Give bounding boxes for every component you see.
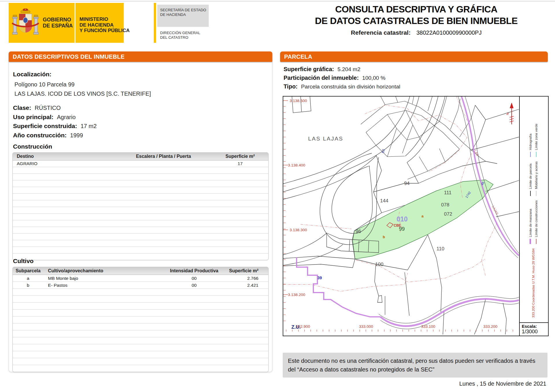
table-header-cell: Superficie m² [212, 153, 268, 160]
construccion-title: Construcción [13, 143, 52, 150]
table-cell [227, 358, 268, 365]
table-row [13, 254, 268, 260]
map-label: 333.200 [483, 324, 497, 329]
table-cell [115, 220, 212, 227]
legend-item: Límite de construcciones [534, 200, 538, 244]
table-row [13, 207, 268, 214]
legend-item: Límite de parcela [529, 161, 532, 196]
coat-of-arms-icon [12, 6, 39, 39]
table-row [13, 174, 268, 180]
map-legend-items: 333.200 Coordenadas U.T.M. Huso 28 WGS84… [520, 97, 547, 321]
map-label: 072 [444, 211, 452, 217]
legend-group: HidrografíaLímite zona verde [520, 124, 547, 157]
table-cell [115, 207, 212, 213]
field-superficie-grafica: Superficie gráfica:5.204 m2 [284, 66, 360, 73]
field-tipo: Tipo:Parcela construida sin división hor… [284, 83, 400, 90]
map-label: 3.138.400 [288, 163, 305, 167]
map-label: 3.138.300 [290, 228, 307, 232]
page-top-rule [0, 1, 555, 1]
escala-box: Escala: 1/3000 [520, 322, 548, 336]
legend-swatch-icon [536, 239, 536, 244]
table-cell [13, 310, 43, 316]
table-row [13, 351, 268, 358]
table-cell [13, 207, 115, 213]
escala-value: 1/3000 [522, 329, 546, 335]
table-cell [212, 207, 268, 213]
panel-header-datos-text: DATOS DESCRIPTIVOS DEL [13, 53, 94, 60]
referencia-label: Referencia catastral: [351, 29, 411, 36]
table-header-cell: Destino [13, 153, 115, 160]
disclaimer-box: Este documento no es una certificación c… [283, 353, 547, 378]
table-row [13, 303, 268, 310]
table-cell [212, 240, 268, 247]
map-label: 3.138.500 [290, 99, 307, 103]
legend-item-label: Límite de manzana [529, 209, 532, 237]
table-cell [227, 323, 268, 330]
legend-item-label: Límite de construcciones [534, 200, 538, 237]
table-cell [13, 240, 115, 247]
table-cell [13, 351, 43, 358]
table-cell: 2.766 [227, 275, 268, 282]
table-cell [161, 337, 227, 344]
table-cell [115, 240, 212, 247]
table-cell [115, 247, 212, 253]
legend-group: Límite de parcelaMobiliario y aceras [520, 161, 547, 196]
referencia-value: 38022A010000990000PJ [416, 29, 482, 36]
map-label: 96 [356, 229, 361, 234]
table-cell [13, 194, 115, 200]
table-cell [13, 214, 115, 220]
table-cell [115, 214, 212, 220]
table-row [13, 187, 268, 194]
table-cell [115, 200, 212, 207]
table-row [13, 289, 268, 296]
map-svg: 3.138.5003.138.4003.138.3003.138.200332.… [283, 97, 519, 334]
table-cell [161, 289, 227, 295]
table-cell [115, 227, 212, 233]
table-cell [212, 200, 268, 207]
legend-item: Límite zona verde [534, 124, 538, 157]
panel-header-datos: DATOS DESCRIPTIVOS DEL INMUEBLE [9, 51, 272, 62]
table-cell [161, 344, 227, 351]
table-cell [13, 247, 115, 253]
table-cell [227, 303, 268, 309]
table-cell [227, 344, 268, 351]
table-cell [115, 167, 212, 173]
table-row: AGRARIO17 [13, 160, 268, 167]
table-cell [13, 167, 115, 173]
table-cell [13, 200, 115, 207]
table-cell [212, 247, 268, 253]
map-label: N [506, 113, 509, 115]
table-cell [161, 358, 227, 365]
table-cell [212, 254, 268, 260]
government-logo: GOBIERNO DE ESPAÑA MINISTERIO DE HACIEND… [9, 3, 205, 43]
secretaria-box: SECRETARÍA DE ESTADO DE HACIENDA [157, 5, 209, 27]
table-row [13, 310, 268, 317]
logo-ministerio-text: MINISTERIO DE HACIENDA Y FUNCIÓN PÚBLICA [79, 16, 130, 34]
field-clase: Clase:RÚSTICO [13, 104, 61, 111]
table-row: SubparcelaCultivo/aprovechamientoIntensi… [13, 267, 268, 275]
field-anio-construccion: Año construcción:1999 [13, 132, 83, 139]
map-label: 3.138.200 [288, 293, 305, 297]
table-cell [212, 194, 268, 200]
table-header-cell: Escalera / Planta / Puerta [115, 153, 212, 160]
map-legend: 333.200 Coordenadas U.T.M. Huso 28 WGS84… [519, 97, 548, 336]
table-cell [161, 317, 227, 323]
title-line-2: DE DATOS CATASTRALES DE BIEN INMUEBLE [285, 15, 548, 27]
localizacion-line-2: LAS LAJAS. ICOD DE LOS VINOS [S.C. TENER… [14, 90, 151, 97]
legend-swatch-icon [530, 191, 531, 196]
table-cell [115, 174, 212, 180]
table-cell [212, 174, 268, 180]
legend-item-label: Límite zona verde [534, 124, 538, 150]
field-uso-principal: Uso principal:Agrario [13, 114, 76, 121]
table-cell [212, 220, 268, 227]
map-label: 39 [317, 275, 322, 280]
table-cell: 00 [161, 282, 227, 289]
panel-header-parcela: PARCELA [280, 51, 548, 62]
table-cell [13, 220, 115, 227]
document-date: Lunes , 15 de Noviembre de 2021 [283, 380, 546, 387]
logo-gobierno-text: GOBIERNO DE ESPAÑA [43, 17, 73, 29]
table-cell [161, 330, 227, 337]
table-cell [43, 351, 161, 358]
table-cell: 17 [212, 160, 268, 167]
legend-swatch-icon [530, 239, 531, 244]
